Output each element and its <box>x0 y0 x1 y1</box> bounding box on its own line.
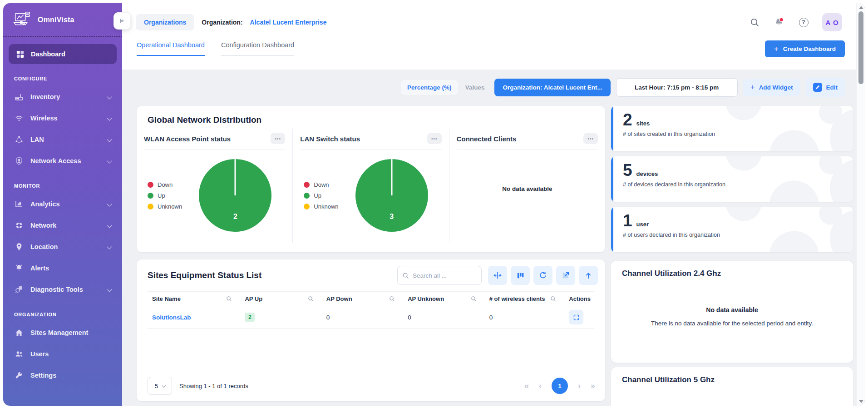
fit-columns-button[interactable] <box>488 266 507 285</box>
sidebar-item-label: Diagnostic Tools <box>30 286 83 293</box>
column-search-icon[interactable] <box>471 296 477 302</box>
percentage-toggle[interactable]: Percentage (%) <box>401 80 458 95</box>
omnivista-logo-icon <box>12 10 31 30</box>
stat-unit: user <box>636 221 649 228</box>
columns-button[interactable] <box>511 266 530 285</box>
sidebar-item-alerts[interactable]: Alerts <box>3 257 122 279</box>
widget-menu-button[interactable]: ••• <box>271 133 285 144</box>
widget-title: WLAN Access Point status <box>144 135 231 143</box>
column-search-icon[interactable] <box>550 296 556 302</box>
last-page-button[interactable]: » <box>591 381 595 391</box>
open-in-new-button[interactable] <box>556 266 575 285</box>
sidebar-item-network[interactable]: Network <box>3 214 122 236</box>
sidebar-item-settings[interactable]: Settings <box>3 364 122 386</box>
site-name-link[interactable]: SolutionsLab <box>152 314 191 321</box>
column-header: AP Unknown <box>408 295 444 302</box>
sidebar-item-network-access[interactable]: Network Access <box>3 150 122 171</box>
search-input[interactable] <box>413 272 472 279</box>
current-page-button[interactable]: 1 <box>552 378 568 394</box>
prev-page-button[interactable]: ‹ <box>539 381 542 391</box>
refresh-button[interactable] <box>533 266 552 285</box>
sidebar-header: OmniVista <box>3 3 122 37</box>
sidebar-item-location[interactable]: Location <box>3 236 122 257</box>
scroll-up-arrow-icon[interactable] <box>859 6 863 9</box>
widget-menu-button[interactable]: ••• <box>427 133 442 144</box>
page-header: Organizations Organization: Alcatel Luce… <box>122 3 865 70</box>
sidebar-item-inventory[interactable]: Inventory <box>3 86 122 107</box>
wifi-icon <box>14 113 24 123</box>
edit-label: Edit <box>826 84 838 91</box>
pie-legend: Down Up Unknown <box>148 181 182 210</box>
scrollbar-thumb[interactable] <box>858 11 863 84</box>
sidebar-item-diagnostic-tools[interactable]: Diagnostic Tools <box>3 279 122 300</box>
sidebar-item-sites-management[interactable]: Sites Management <box>3 322 122 343</box>
chevron-down-icon <box>107 158 112 163</box>
page-size-select[interactable]: 5 <box>148 377 172 395</box>
sidebar-item-label: Network <box>30 222 56 229</box>
channel-utilization-24-card: Channel Utilization 2.4 Ghz No data avai… <box>611 261 853 363</box>
sidebar-item-wireless[interactable]: Wireless <box>3 107 122 129</box>
sidebar-item-dashboard[interactable]: Dashboard <box>9 44 117 64</box>
column-header: AP Down <box>326 295 352 302</box>
network-pinwheel-icon <box>14 220 24 230</box>
tab-configuration-dashboard[interactable]: Configuration Dashboard <box>221 41 294 56</box>
export-button[interactable] <box>579 266 598 285</box>
sidebar-item-label: Location <box>30 243 58 250</box>
sidebar-item-lan[interactable]: LAN <box>3 129 122 150</box>
map-pin-icon <box>14 242 24 252</box>
sidebar-item-label: Analytics <box>30 200 59 208</box>
create-dashboard-button[interactable]: + Create Dashboard <box>765 40 845 57</box>
sidebar-item-users[interactable]: Users <box>3 343 122 364</box>
values-toggle[interactable]: Values <box>464 80 487 95</box>
ellipsis-icon: ••• <box>587 136 594 141</box>
wlan-ap-pie-chart[interactable]: 2 <box>199 159 271 232</box>
plus-icon: + <box>774 47 779 51</box>
organizations-button[interactable]: Organizations <box>136 14 194 30</box>
column-search-icon[interactable] <box>389 296 395 302</box>
scroll-down-arrow-icon[interactable] <box>859 400 863 403</box>
organization-link[interactable]: Alcatel Lucent Enterprise <box>250 19 327 26</box>
column-search-icon[interactable] <box>226 296 232 302</box>
legend-label: Down <box>158 181 173 188</box>
stat-unit: sites <box>636 120 650 127</box>
sidebar-item-label: Inventory <box>30 93 60 100</box>
vertical-scrollbar[interactable] <box>856 3 865 406</box>
legend-dot-up <box>148 193 153 199</box>
ellipsis-icon: ••• <box>275 136 281 141</box>
chevron-down-icon <box>107 94 112 99</box>
table-header-row: Site Name AP Up AP Down AP Unknown # of … <box>148 292 594 306</box>
home-icon <box>14 328 24 338</box>
sidebar-item-analytics[interactable]: Analytics <box>3 193 122 214</box>
first-page-button[interactable]: « <box>524 381 529 391</box>
lan-switch-pie-chart[interactable]: 3 <box>355 159 428 232</box>
router-icon <box>14 92 24 102</box>
card-title: Sites Equipment Status List <box>148 270 261 280</box>
organization-filter-button[interactable]: Organization: Alcatel Lucent Ent... <box>494 79 610 96</box>
chevron-down-icon <box>107 115 112 120</box>
stat-description: # of devices declared in this organizati… <box>623 181 844 188</box>
widget-menu-button[interactable]: ••• <box>583 133 598 144</box>
dashboard-tabs: Operational Dashboard Configuration Dash… <box>122 41 865 56</box>
expand-row-button[interactable] <box>569 310 583 324</box>
next-page-button[interactable]: › <box>578 381 581 391</box>
edit-button[interactable]: Edit <box>806 78 845 97</box>
time-range-filter-button[interactable]: Last Hour: 7:15 pm - 8:15 pm <box>616 78 738 97</box>
chevron-down-icon <box>107 137 112 142</box>
distribution-widgets: WLAN Access Point status ••• Down Up Unk… <box>137 129 605 243</box>
sidebar-collapse-button[interactable] <box>113 12 131 30</box>
dashboard-grid-icon <box>15 49 25 59</box>
add-widget-button[interactable]: + Add Widget <box>743 79 800 96</box>
sidebar-section-configure: CONFIGURE <box>14 76 122 81</box>
global-network-distribution-card: Global Network Distribution WLAN Access … <box>137 106 605 252</box>
table-row: SolutionsLab 2 0 0 0 <box>148 306 594 329</box>
users-icon <box>14 349 24 359</box>
legend-dot-up <box>304 193 310 199</box>
column-search-icon[interactable] <box>308 296 314 302</box>
search-icon[interactable] <box>749 16 760 28</box>
tab-operational-dashboard[interactable]: Operational Dashboard <box>137 41 205 56</box>
help-icon[interactable]: ? <box>798 16 809 28</box>
legend-label: Up <box>314 192 321 199</box>
collapse-arrow-icon <box>118 17 126 25</box>
avatar[interactable]: A O <box>822 13 842 31</box>
notifications-bell-icon[interactable] <box>773 16 785 28</box>
